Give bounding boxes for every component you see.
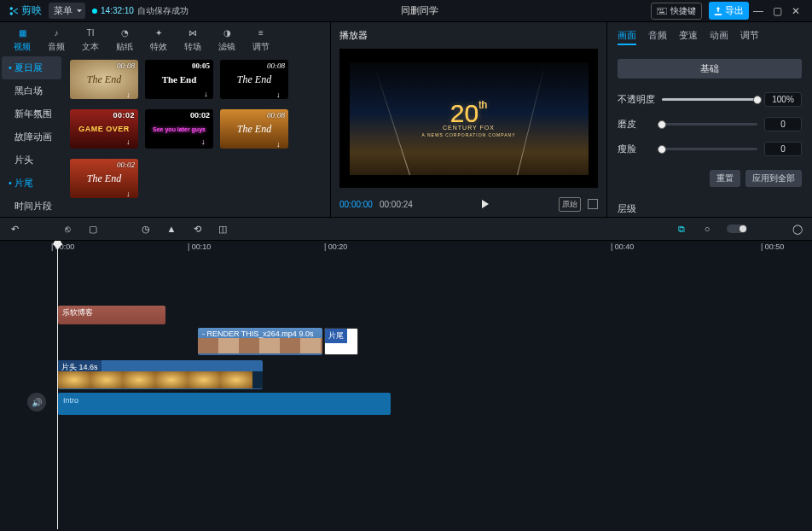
clip-intro[interactable]: 片头 14.6s — [58, 360, 263, 389]
sidebar-item-2[interactable]: 新年氛围 — [2, 102, 61, 125]
opacity-label: 不透明度 — [618, 93, 655, 106]
reverse-button[interactable]: ⟲ — [191, 223, 203, 235]
inspector-tab-3[interactable]: 动画 — [710, 29, 728, 45]
preview-viewport[interactable]: 20th CENTURY FOX A NEWS CORPORATION COMP… — [339, 49, 598, 188]
close-button[interactable]: ✕ — [786, 5, 805, 17]
basic-section[interactable]: 基础 — [618, 59, 802, 79]
asset-tab-4[interactable]: ✦特效 — [142, 26, 176, 53]
download-icon[interactable] — [201, 88, 211, 97]
opacity-slider[interactable] — [662, 98, 757, 101]
sidebar-item-4[interactable]: 片头 — [2, 149, 61, 172]
clip-audio[interactable]: Intro — [58, 393, 391, 415]
asset-thumb-3[interactable]: GAME OVER00:02 — [70, 109, 138, 149]
asset-tab-1[interactable]: ♪音频 — [39, 26, 73, 53]
download-icon[interactable] — [276, 88, 286, 97]
smooth-value[interactable]: 0 — [764, 117, 802, 131]
reset-button[interactable]: 重置 — [710, 170, 740, 187]
fullscreen-button[interactable] — [588, 199, 598, 209]
opacity-value[interactable]: 100% — [764, 92, 802, 107]
freeze-button[interactable]: ▲ — [165, 223, 177, 235]
delete-button[interactable]: ▢ — [87, 223, 99, 235]
maximize-button[interactable]: ▢ — [768, 5, 786, 17]
shortcuts-button[interactable]: 快捷键 — [651, 3, 702, 20]
asset-category-tabs: ▦视频♪音频TI文本◔贴纸✦特效⋈转场◑滤镜≡调节 — [0, 22, 330, 53]
asset-thumbs: The End00:08The End00:05The End00:08GAME… — [63, 53, 330, 217]
ruler-mark: | 00:10 — [188, 242, 211, 251]
thumb-preview: The End00:05 — [145, 60, 213, 99]
preview-toggle[interactable] — [727, 225, 747, 233]
apply-all-button[interactable]: 应用到全部 — [745, 170, 802, 187]
play-button[interactable] — [482, 200, 489, 208]
asset-thumb-4[interactable]: See you later guys00:02 — [145, 109, 213, 149]
clip-text[interactable]: 乐软博客 — [58, 306, 165, 324]
project-title: 同删同学 — [188, 4, 651, 17]
asset-tab-6[interactable]: ◑滤镜 — [210, 26, 244, 53]
crop-button[interactable]: ◫ — [217, 223, 229, 235]
sidebar-item-1[interactable]: 黑白场 — [2, 79, 61, 102]
slim-row: 瘦脸 0 — [618, 142, 802, 156]
ruler-mark: | 00:40 — [611, 242, 634, 251]
slim-value[interactable]: 0 — [764, 142, 802, 156]
track-mute-button[interactable]: 🔊 — [27, 393, 46, 411]
playhead[interactable] — [57, 241, 58, 529]
inspector-tabs: 画面音频变速动画调节 — [607, 22, 812, 52]
record-button[interactable]: ◷ — [140, 223, 152, 235]
main-menu[interactable]: 菜单 — [49, 3, 85, 19]
timeline-toolbar: ↶ ⎋ ▢ ◷ ▲ ⟲ ◫ ⧉ ○ ◯ — [0, 217, 812, 241]
export-button[interactable]: 导出 — [709, 2, 749, 20]
export-icon — [714, 7, 722, 15]
inspector-tab-1[interactable]: 音频 — [648, 29, 667, 45]
download-icon[interactable] — [126, 187, 136, 196]
download-icon[interactable] — [126, 88, 136, 97]
inspector-tab-2[interactable]: 变速 — [679, 29, 698, 45]
undo-button[interactable]: ↶ — [9, 223, 20, 235]
minimize-button[interactable]: — — [749, 5, 768, 17]
preview-controls: 00:00:00 00:00:24 原始 — [331, 191, 606, 217]
logo-th: th — [478, 99, 487, 111]
autosave-label: 自动保存成功 — [137, 5, 188, 17]
asset-thumb-6[interactable]: The End00:02 — [70, 159, 138, 198]
asset-thumb-0[interactable]: The End00:08 — [70, 60, 138, 99]
thumb-preview: GAME OVER00:02 — [70, 109, 138, 149]
asset-tab-label: 贴纸 — [107, 41, 142, 53]
download-icon[interactable] — [276, 137, 286, 147]
asset-tab-7[interactable]: ≡调节 — [244, 26, 278, 53]
link-button[interactable]: ○ — [701, 223, 713, 235]
clip-outro[interactable]: 片尾 — [324, 328, 358, 355]
timeline[interactable]: | 00:00| 00:10| 00:20| 00:40| 00:50 🔊 乐软… — [0, 241, 812, 529]
download-icon[interactable] — [201, 137, 211, 147]
smooth-slider[interactable] — [662, 123, 757, 125]
inspector-tab-0[interactable]: 画面 — [618, 29, 636, 45]
asset-tab-icon: ♪ — [39, 26, 73, 39]
title-bar: 剪映 菜单 14:32:10 自动保存成功 同删同学 快捷键 导出 — ▢ ✕ — [0, 0, 812, 22]
asset-tab-5[interactable]: ⋈转场 — [176, 26, 210, 53]
slim-slider[interactable] — [662, 148, 757, 150]
asset-thumb-2[interactable]: The End00:08 — [220, 60, 288, 99]
asset-tab-3[interactable]: ◔贴纸 — [107, 26, 142, 53]
layer-label: 层级 — [607, 194, 812, 215]
inspector-tab-4[interactable]: 调节 — [740, 29, 759, 45]
export-label: 导出 — [725, 4, 744, 17]
zoom-fit-button[interactable]: ◯ — [792, 223, 803, 235]
ruler-mark: | 00:50 — [761, 242, 784, 251]
asset-tab-0[interactable]: ▦视频 — [5, 26, 39, 53]
aspect-ratio-button[interactable]: 原始 — [559, 197, 581, 212]
ruler-mark: | 00:20 — [324, 242, 347, 251]
time-ruler[interactable]: | 00:00| 00:10| 00:20| 00:40| 00:50 — [55, 241, 803, 256]
split-button[interactable]: ⎋ — [61, 223, 73, 235]
sidebar-item-5[interactable]: 片尾 — [2, 172, 61, 195]
download-icon[interactable] — [126, 137, 136, 147]
clip-render[interactable]: - RENDER THIS_x264.mp4 9.0s — [198, 328, 322, 355]
logo-bar: A NEWS CORPORATION COMPANY — [422, 132, 516, 137]
magnet-button[interactable]: ⧉ — [676, 223, 687, 235]
asset-thumb-1[interactable]: The End00:05 — [145, 60, 213, 99]
asset-thumb-5[interactable]: The End00:08 — [220, 109, 288, 149]
asset-tab-2[interactable]: TI文本 — [73, 26, 107, 53]
app-logo: 剪映 — [7, 3, 42, 18]
sidebar-item-6[interactable]: 时间片段 — [2, 195, 61, 217]
sidebar-item-3[interactable]: 故障动画 — [2, 125, 61, 149]
thumb-preview: The End00:08 — [220, 60, 288, 99]
sidebar-item-0[interactable]: 夏日展 — [2, 56, 61, 79]
thumb-preview: The End00:08 — [70, 60, 138, 99]
logo-sub: CENTURY FOX — [422, 125, 516, 131]
